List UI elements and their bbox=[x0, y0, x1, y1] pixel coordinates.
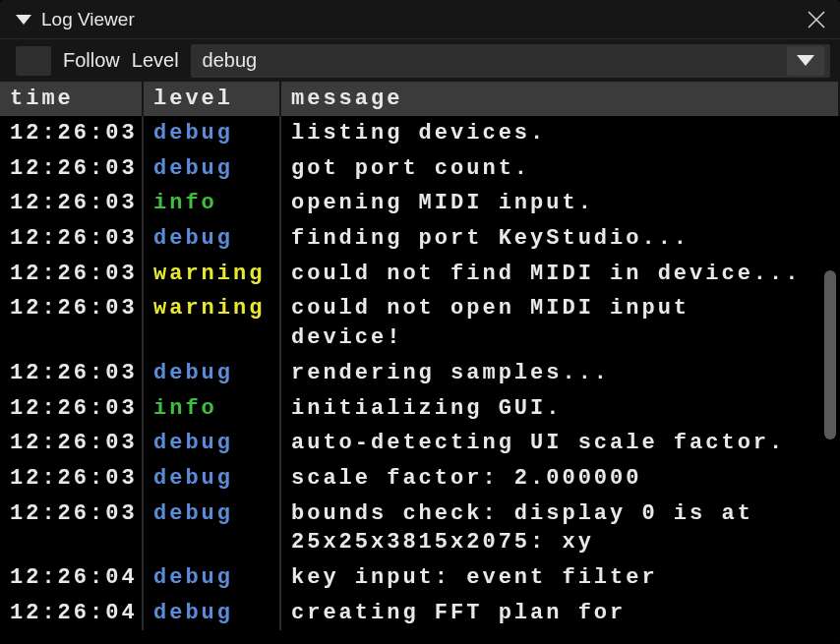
level-select[interactable]: debug bbox=[191, 44, 830, 78]
cell-time: 12:26:03 bbox=[0, 186, 144, 221]
cell-level: info bbox=[144, 186, 281, 221]
cell-time: 12:26:03 bbox=[0, 391, 144, 427]
follow-label: Follow bbox=[63, 49, 120, 72]
window-title: Log Viewer bbox=[41, 9, 803, 30]
close-button[interactable] bbox=[803, 6, 830, 33]
level-label: Level bbox=[132, 49, 179, 72]
follow-checkbox[interactable] bbox=[16, 46, 51, 76]
scrollbar-thumb[interactable] bbox=[824, 270, 836, 439]
close-icon bbox=[806, 9, 827, 30]
cell-time: 12:26:03 bbox=[0, 356, 144, 391]
cell-level: debug bbox=[144, 426, 281, 461]
cell-level: warning bbox=[144, 257, 281, 292]
collapse-icon[interactable] bbox=[16, 15, 31, 25]
cell-time: 12:26:03 bbox=[0, 221, 144, 257]
cell-level: warning bbox=[144, 291, 281, 355]
cell-time: 12:26:04 bbox=[0, 560, 144, 596]
cell-time: 12:26:03 bbox=[0, 497, 144, 560]
cell-level: debug bbox=[144, 560, 281, 596]
cell-message: could not open MIDI input device! bbox=[281, 291, 840, 355]
cell-message: could not find MIDI in device... bbox=[281, 257, 840, 292]
cell-level: debug bbox=[144, 596, 281, 631]
level-selected-value: debug bbox=[203, 49, 258, 72]
cell-message: creating FFT plan for bbox=[281, 596, 840, 631]
cell-level: info bbox=[144, 391, 281, 427]
cell-message: got port count. bbox=[281, 151, 840, 187]
cell-time: 12:26:03 bbox=[0, 426, 144, 461]
log-table: time level message 12:26:03debuglisting … bbox=[0, 82, 840, 644]
header-level[interactable]: level bbox=[144, 82, 281, 116]
cell-time: 12:26:03 bbox=[0, 151, 144, 187]
cell-time: 12:26:03 bbox=[0, 257, 144, 292]
cell-message: auto-detecting UI scale factor. bbox=[281, 426, 840, 461]
cell-message: listing devices. bbox=[281, 116, 840, 151]
cell-level: debug bbox=[144, 116, 281, 151]
cell-level: debug bbox=[144, 461, 281, 497]
cell-level: debug bbox=[144, 497, 281, 560]
level-dropdown-button[interactable] bbox=[787, 46, 824, 76]
cell-message: initializing GUI. bbox=[281, 391, 840, 427]
cell-time: 12:26:03 bbox=[0, 291, 144, 355]
cell-message: finding port KeyStudio... bbox=[281, 221, 840, 257]
cell-message: rendering samples... bbox=[281, 356, 840, 391]
cell-level: debug bbox=[144, 221, 281, 257]
cell-time: 12:26:03 bbox=[0, 116, 144, 151]
header-message[interactable]: message bbox=[281, 82, 840, 116]
titlebar: Log Viewer bbox=[0, 0, 840, 39]
cell-level: debug bbox=[144, 356, 281, 391]
cell-message: key input: event filter bbox=[281, 560, 840, 596]
log-viewer-window: Log Viewer Follow Level debug time level… bbox=[0, 0, 840, 644]
cell-message: scale factor: 2.000000 bbox=[281, 461, 840, 497]
cell-message: opening MIDI input. bbox=[281, 186, 840, 221]
cell-message: bounds check: display 0 is at 25x25x3815… bbox=[281, 497, 840, 560]
cell-time: 12:26:04 bbox=[0, 596, 144, 631]
header-time[interactable]: time bbox=[0, 82, 144, 116]
cell-time: 12:26:03 bbox=[0, 461, 144, 497]
toolbar: Follow Level debug bbox=[0, 39, 840, 82]
chevron-down-icon bbox=[797, 55, 814, 66]
cell-level: debug bbox=[144, 151, 281, 187]
